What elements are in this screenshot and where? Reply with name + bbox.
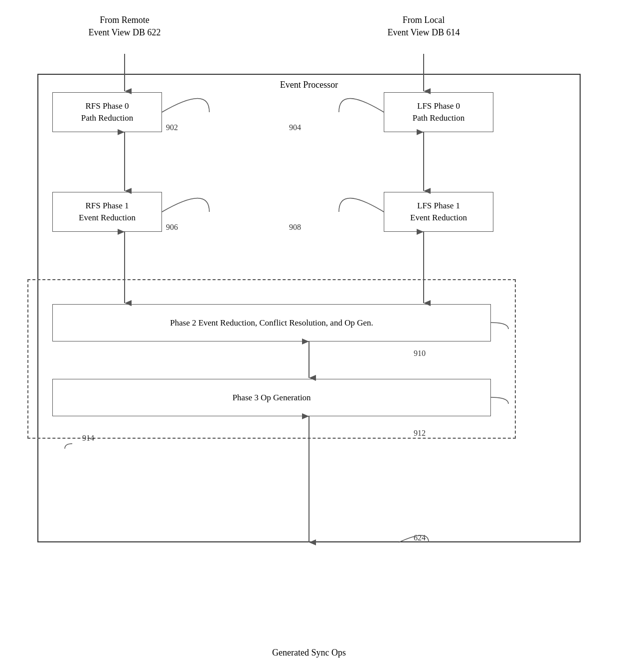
generated-sync-label: Generated Sync Ops [0, 648, 618, 658]
phase3-box: Phase 3 Op Generation [52, 379, 491, 416]
ref-912: 912 [414, 429, 426, 438]
ref-906: 906 [166, 223, 178, 232]
rfs-phase1-box: RFS Phase 1Event Reduction [52, 192, 162, 232]
phase2-box: Phase 2 Event Reduction, Conflict Resolu… [52, 304, 491, 341]
ref-914: 914 [82, 434, 94, 443]
ref-904: 904 [289, 123, 301, 132]
ref-902: 902 [166, 123, 178, 132]
ref-908: 908 [289, 223, 301, 232]
local-source-label: From LocalEvent View DB 614 [379, 14, 468, 39]
rfs-phase0-box: RFS Phase 0Path Reduction [52, 92, 162, 132]
event-processor-label: Event Processor [38, 80, 580, 90]
ref-624: 624 [414, 533, 426, 542]
ref-910: 910 [414, 349, 426, 358]
diagram: From RemoteEvent View DB 622 From LocalE… [0, 0, 618, 672]
lfs-phase0-box: LFS Phase 0Path Reduction [384, 92, 493, 132]
lfs-phase1-box: LFS Phase 1Event Reduction [384, 192, 493, 232]
remote-source-label: From RemoteEvent View DB 622 [80, 14, 169, 39]
